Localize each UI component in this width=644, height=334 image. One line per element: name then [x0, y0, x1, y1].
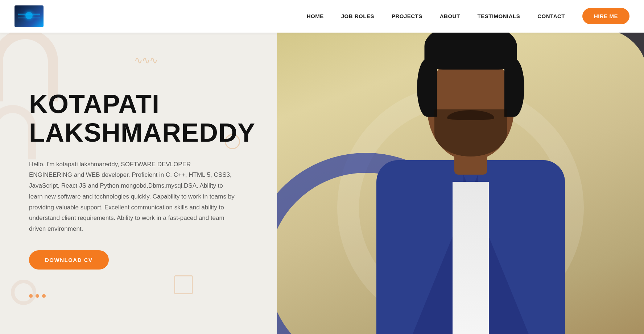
nav-item-testimonials[interactable]: TESTIMONIALS: [478, 13, 520, 20]
hire-me-nav-item[interactable]: HIRE ME: [582, 13, 629, 20]
hero-right-panel: [277, 33, 644, 334]
deco-dot-2: [36, 294, 39, 298]
deco-dots: [29, 294, 46, 298]
photo-container: [277, 33, 644, 334]
person-figure: [369, 33, 572, 334]
nav-link-contact[interactable]: CONTACT: [537, 13, 565, 19]
nav-link-about[interactable]: ABOUT: [440, 13, 460, 19]
person-hair: [425, 33, 517, 70]
nav-link-testimonials[interactable]: TESTIMONIALS: [478, 13, 520, 19]
deco-dot-3: [42, 294, 46, 298]
nav-item-about[interactable]: ABOUT: [440, 13, 460, 20]
hero-description: Hello, I'm kotapati lakshmareddy, SOFTWA…: [29, 159, 236, 234]
person-shirt: [453, 182, 489, 334]
navbar: HOME JOB ROLES PROJECTS ABOUT TESTIMONIA…: [0, 0, 644, 33]
deco-wavy-line: ∿∿∿: [134, 54, 157, 66]
hero-section: ∿∿∿ KOTAPATI LAKSHMAREDDY Hello, I'm kot…: [0, 33, 644, 334]
logo[interactable]: [15, 5, 44, 27]
nav-item-projects[interactable]: PROJECTS: [392, 13, 422, 20]
hire-me-button[interactable]: HIRE ME: [582, 8, 629, 24]
nav-item-contact[interactable]: CONTACT: [537, 13, 565, 20]
nav-link-home[interactable]: HOME: [307, 13, 324, 19]
hero-left-panel: ∿∿∿ KOTAPATI LAKSHMAREDDY Hello, I'm kot…: [0, 33, 277, 334]
deco-dot-1: [29, 294, 33, 298]
nav-item-job-roles[interactable]: JOB ROLES: [341, 13, 374, 20]
hero-title-line1: KOTAPATI: [29, 89, 160, 118]
nav-menu: HOME JOB ROLES PROJECTS ABOUT TESTIMONIA…: [307, 13, 629, 20]
hero-title-line2: LAKSHMAREDDY: [29, 118, 255, 147]
download-cv-button[interactable]: DOWNLOAD CV: [29, 250, 109, 270]
deco-circle-bottom: [11, 280, 36, 305]
hero-title: KOTAPATI LAKSHMAREDDY: [29, 90, 255, 147]
person-beard: [434, 109, 507, 156]
nav-link-job-roles[interactable]: JOB ROLES: [341, 13, 374, 19]
deco-square-outline: [174, 275, 193, 294]
nav-item-home[interactable]: HOME: [307, 13, 324, 20]
nav-link-projects[interactable]: PROJECTS: [392, 13, 422, 19]
